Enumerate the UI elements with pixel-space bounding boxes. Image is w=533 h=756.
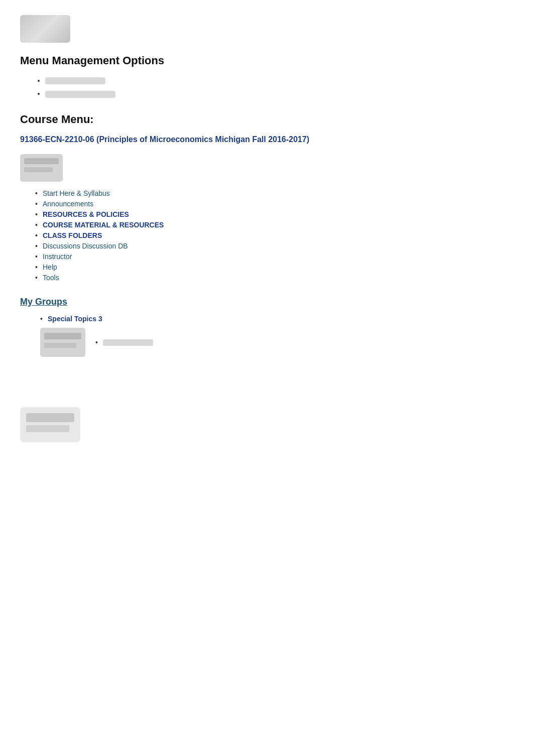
list-item: Special Topics 3 bbox=[40, 315, 153, 323]
list-item: COURSE MATERIAL & RESOURCES bbox=[35, 221, 513, 229]
menu-link-instructor[interactable]: Instructor bbox=[43, 253, 72, 261]
blurred-menu-item-2 bbox=[45, 91, 115, 98]
menu-link-course-material[interactable]: COURSE MATERIAL & RESOURCES bbox=[43, 221, 164, 229]
my-groups-section: My Groups Special Topics 3 bbox=[20, 297, 513, 357]
list-item: Start Here & Syllabus bbox=[35, 189, 513, 197]
course-menu-list: Start Here & Syllabus Announcements RESO… bbox=[20, 189, 513, 282]
top-logo-box bbox=[20, 15, 70, 43]
menu-link-class-folders[interactable]: CLASS FOLDERS bbox=[43, 231, 102, 239]
special-topics-link[interactable]: Special Topics 3 bbox=[48, 315, 102, 323]
my-groups-title: My Groups bbox=[20, 297, 513, 307]
group-icon-box bbox=[40, 328, 85, 357]
list-item bbox=[45, 89, 513, 97]
groups-right-content: Special Topics 3 bbox=[35, 315, 153, 357]
logo-line-2 bbox=[30, 29, 60, 35]
group-sub-list bbox=[85, 338, 153, 346]
top-logo-area bbox=[20, 15, 513, 44]
course-title-link[interactable]: 91366-ECN-2210-06 (Principles of Microec… bbox=[20, 135, 513, 144]
list-item bbox=[95, 338, 153, 346]
group-icon-row bbox=[35, 328, 153, 357]
menu-link-resources-policies[interactable]: RESOURCES & POLICIES bbox=[43, 210, 129, 218]
blurred-menu-item-1 bbox=[45, 77, 105, 84]
bottom-logo-area bbox=[20, 407, 513, 444]
list-item: RESOURCES & POLICIES bbox=[35, 210, 513, 218]
course-icon-area bbox=[20, 154, 513, 182]
groups-inline-container: Special Topics 3 bbox=[20, 315, 513, 357]
list-item: Instructor bbox=[35, 253, 513, 261]
menu-management-list bbox=[20, 76, 513, 98]
list-item bbox=[45, 76, 513, 84]
menu-management-section: Menu Management Options bbox=[20, 54, 513, 98]
list-item: Announcements bbox=[35, 200, 513, 208]
course-icon-box bbox=[20, 154, 63, 182]
menu-link-start-here[interactable]: Start Here & Syllabus bbox=[43, 189, 110, 197]
blurred-group-text bbox=[103, 339, 153, 346]
bottom-logo-box bbox=[20, 407, 80, 442]
logo-line-1 bbox=[25, 19, 65, 27]
course-menu-title: Course Menu: bbox=[20, 113, 513, 126]
menu-link-announcements[interactable]: Announcements bbox=[43, 200, 93, 208]
menu-management-title: Menu Management Options bbox=[20, 54, 513, 67]
menu-link-tools[interactable]: Tools bbox=[43, 274, 59, 282]
special-topics-list: Special Topics 3 bbox=[35, 315, 153, 323]
menu-link-help[interactable]: Help bbox=[43, 263, 57, 271]
menu-link-discussions[interactable]: Discussions Discussion DB bbox=[43, 242, 128, 250]
list-item: Help bbox=[35, 263, 513, 271]
course-menu-section: Course Menu: 91366-ECN-2210-06 (Principl… bbox=[20, 113, 513, 282]
list-item: Discussions Discussion DB bbox=[35, 242, 513, 250]
list-item: Tools bbox=[35, 274, 513, 282]
list-item: CLASS FOLDERS bbox=[35, 231, 513, 239]
